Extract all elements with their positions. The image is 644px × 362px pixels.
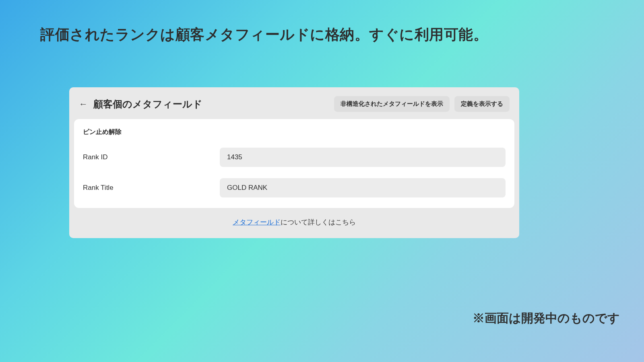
- footer-help-suffix: について詳しくはこちら: [281, 218, 356, 226]
- field-value[interactable]: GOLD RANK: [220, 178, 506, 197]
- show-definitions-button[interactable]: 定義を表示する: [454, 96, 510, 112]
- metafields-help-link[interactable]: メタフィールド: [233, 218, 281, 226]
- page-headline: 評価されたランクは顧客メタフィールドに格納。すぐに利用可能。: [40, 25, 488, 45]
- back-arrow-icon[interactable]: ←: [79, 100, 88, 109]
- header-actions: 非構造化されたメタフィールドを表示 定義を表示する: [334, 96, 510, 112]
- field-value[interactable]: 1435: [220, 148, 506, 167]
- metafields-card: ピン止め解除 Rank ID 1435 Rank Title GOLD RANK: [74, 119, 514, 208]
- header-left: ← 顧客個のメタフィールド: [79, 98, 202, 111]
- section-label-unpinned: ピン止め解除: [83, 128, 506, 136]
- footer-help: メタフィールドについて詳しくはこちら: [69, 208, 519, 233]
- development-disclaimer: ※画面は開発中のものです: [473, 310, 620, 327]
- field-row-rank-id: Rank ID 1435: [83, 148, 506, 167]
- field-label: Rank Title: [83, 184, 220, 192]
- field-label: Rank ID: [83, 153, 220, 161]
- metafields-panel: ← 顧客個のメタフィールド 非構造化されたメタフィールドを表示 定義を表示する …: [69, 87, 519, 238]
- panel-title: 顧客個のメタフィールド: [93, 98, 202, 111]
- show-unstructured-button[interactable]: 非構造化されたメタフィールドを表示: [334, 96, 450, 112]
- field-row-rank-title: Rank Title GOLD RANK: [83, 178, 506, 197]
- panel-header: ← 顧客個のメタフィールド 非構造化されたメタフィールドを表示 定義を表示する: [69, 87, 519, 119]
